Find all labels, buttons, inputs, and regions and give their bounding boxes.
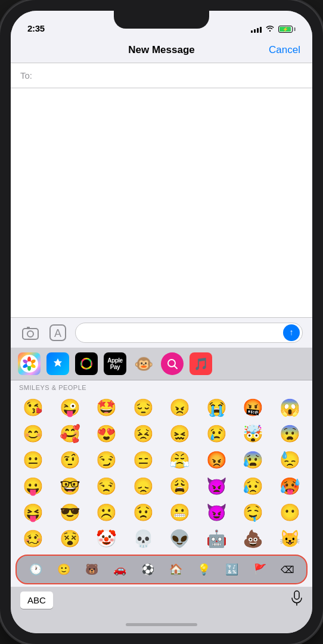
svg-rect-2 (27, 327, 30, 329)
emoji-cell[interactable]: 😒 (89, 473, 125, 499)
nav-title: New Message (128, 44, 195, 56)
emoji-cell[interactable]: 😡 (199, 447, 235, 472)
message-body[interactable] (11, 88, 312, 317)
abc-button[interactable]: ABC (20, 592, 53, 609)
battery: ⚡ (278, 26, 296, 33)
svg-point-12 (27, 361, 32, 366)
emoji-cell[interactable]: 🤬 (235, 395, 271, 420)
emoji-cell[interactable]: 😥 (235, 473, 271, 499)
keyboard-bottom: ABC (11, 587, 312, 615)
app-music[interactable]: 🎵 (190, 352, 212, 375)
emoji-cat-icon-smileys[interactable]: 🙂 (54, 561, 74, 578)
send-arrow-icon: ↑ (290, 327, 294, 337)
emoji-cell[interactable]: 😈 (199, 500, 235, 525)
emoji-cat-icon-objects[interactable]: 🏠 (166, 561, 186, 578)
svg-point-1 (27, 331, 33, 337)
send-button[interactable]: ↑ (283, 324, 300, 341)
emoji-cell[interactable]: 😰 (235, 447, 271, 472)
nav-bar: New Message Cancel (11, 37, 312, 63)
svg-rect-15 (294, 591, 299, 599)
emoji-cell[interactable]: 😵 (52, 526, 88, 551)
emoji-cell[interactable]: 🤨 (52, 447, 88, 472)
emoji-cat-icon-recent[interactable]: 🕐 (26, 561, 46, 578)
emoji-cat-icon-animals[interactable]: 🐻 (82, 561, 102, 578)
svg-text:A: A (54, 327, 61, 339)
emoji-cell[interactable]: 🤖 (199, 526, 235, 551)
svg-line-14 (175, 366, 178, 369)
signal-bars (251, 26, 262, 33)
emoji-cell[interactable]: 🥵 (272, 473, 308, 499)
appstore-button[interactable]: A (48, 323, 68, 343)
app-applepay[interactable]: ApplePay (104, 352, 126, 375)
emoji-cell[interactable]: 😺 (272, 526, 308, 551)
to-field: To: (11, 63, 312, 88)
emoji-cell[interactable]: ☹️ (89, 500, 125, 525)
emoji-grid: 😘😜🤩😔😠😭🤬😱😊🥰😍😣😖😢🤯😨😐🤨😏😑😤😡😰😓😛🤓😒😞😩👿😥🥵😝😎☹️😟😬😈🤤… (11, 394, 312, 552)
emoji-category-label: SMILEYS & PEOPLE (11, 380, 312, 394)
emoji-cell[interactable]: 😱 (272, 395, 308, 420)
to-input[interactable] (35, 70, 303, 80)
svg-rect-0 (23, 329, 38, 339)
camera-button[interactable] (20, 323, 41, 343)
wifi-icon (265, 24, 275, 33)
emoji-cell[interactable]: 😔 (126, 395, 162, 420)
emoji-cell[interactable]: 😭 (199, 395, 235, 420)
home-bar (126, 623, 197, 626)
emoji-cat-icon-flags[interactable]: 🚩 (250, 561, 270, 578)
emoji-cell[interactable]: 🤡 (89, 526, 125, 551)
emoji-cell[interactable]: 💀 (126, 526, 162, 551)
app-appstore[interactable] (46, 352, 69, 375)
emoji-cell[interactable]: 😜 (52, 395, 88, 420)
app-search[interactable] (161, 352, 184, 375)
emoji-cell[interactable]: 🤯 (235, 421, 271, 446)
emoji-cell[interactable]: 😟 (126, 500, 162, 525)
emoji-cell[interactable]: 😑 (126, 447, 162, 472)
phone-frame: 2:35 ⚡ (0, 0, 323, 644)
emoji-cell[interactable]: 🥰 (52, 421, 88, 446)
emoji-cell[interactable]: 😩 (162, 473, 198, 499)
emoji-cell[interactable]: 😤 (162, 447, 198, 472)
emoji-cell[interactable]: 😏 (89, 447, 125, 472)
emoji-cell[interactable]: 🥴 (15, 526, 51, 551)
emoji-cell[interactable]: 😶 (272, 500, 308, 525)
emoji-cell[interactable]: 😍 (89, 421, 125, 446)
app-activity[interactable] (75, 352, 98, 375)
emoji-cell[interactable]: 🤓 (52, 473, 88, 499)
emoji-cell[interactable]: 😞 (126, 473, 162, 499)
cancel-button[interactable]: Cancel (269, 44, 300, 56)
emoji-cell[interactable]: 😐 (15, 447, 51, 472)
home-indicator (11, 615, 312, 633)
emoji-cell[interactable]: 😊 (15, 421, 51, 446)
app-photos[interactable] (18, 352, 41, 375)
emoji-cat-icon-symbols2[interactable]: 🔣 (222, 561, 242, 578)
emoji-cell[interactable]: 💩 (235, 526, 271, 551)
emoji-cell[interactable]: 😢 (199, 421, 235, 446)
emoji-cell[interactable]: 😣 (126, 421, 162, 446)
emoji-cell[interactable]: 😠 (162, 395, 198, 420)
status-time: 2:35 (27, 23, 45, 33)
notch (114, 11, 209, 29)
emoji-cell[interactable]: 👽 (162, 526, 198, 551)
emoji-category-bar: 🕐🙂🐻🚗⚽🏠💡🔣🚩⌫ (15, 555, 308, 584)
emoji-cell[interactable]: 🤩 (89, 395, 125, 420)
status-icons: ⚡ (251, 24, 296, 33)
emoji-cat-icon-activities[interactable]: ⚽ (138, 561, 158, 578)
emoji-cell[interactable]: 🤤 (235, 500, 271, 525)
emoji-cell[interactable]: 😬 (162, 500, 198, 525)
message-toolbar: A ↑ (11, 317, 312, 348)
emoji-cell[interactable]: 😛 (15, 473, 51, 499)
message-input-bar[interactable]: ↑ (75, 323, 303, 343)
emoji-cell[interactable]: 😘 (15, 395, 51, 420)
mic-button[interactable] (291, 590, 303, 609)
emoji-cell[interactable]: 😖 (162, 421, 198, 446)
emoji-cat-icon-travel[interactable]: 🚗 (110, 561, 130, 578)
emoji-cell[interactable]: 👿 (199, 473, 235, 499)
emoji-cat-icon-symbols[interactable]: 💡 (194, 561, 214, 578)
emoji-cell[interactable]: 😝 (15, 500, 51, 525)
emoji-cell[interactable]: 😓 (272, 447, 308, 472)
compose-area: To: (11, 63, 312, 317)
emoji-cell[interactable]: 😨 (272, 421, 308, 446)
emoji-cell[interactable]: 😎 (52, 500, 88, 525)
emoji-delete-button[interactable]: ⌫ (278, 559, 298, 580)
app-animoji[interactable]: 🐵 (132, 352, 155, 375)
